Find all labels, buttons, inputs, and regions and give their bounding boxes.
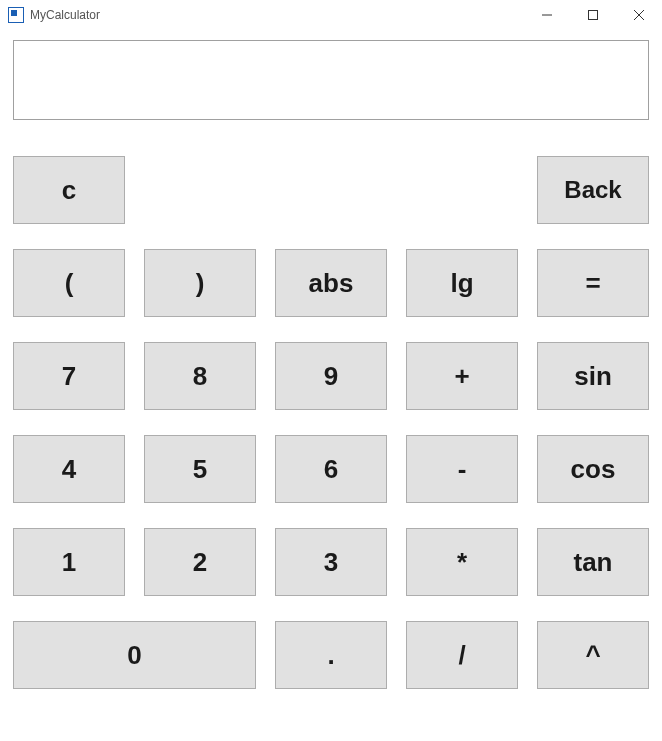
digit-2-button[interactable]: 2: [144, 528, 256, 596]
client-area: c Back ( ) abs lg = 7 8 9 + sin 4 5 6 - …: [0, 30, 662, 701]
minus-button[interactable]: -: [406, 435, 518, 503]
lg-button[interactable]: lg: [406, 249, 518, 317]
maximize-button[interactable]: [570, 0, 616, 30]
digit-8-button[interactable]: 8: [144, 342, 256, 410]
button-grid: c Back ( ) abs lg = 7 8 9 + sin 4 5 6 - …: [13, 156, 649, 689]
back-button[interactable]: Back: [537, 156, 649, 224]
app-icon: [8, 7, 24, 23]
tan-button[interactable]: tan: [537, 528, 649, 596]
equals-button[interactable]: =: [537, 249, 649, 317]
digit-6-button[interactable]: 6: [275, 435, 387, 503]
digit-9-button[interactable]: 9: [275, 342, 387, 410]
power-button[interactable]: ^: [537, 621, 649, 689]
close-icon: [634, 10, 644, 20]
window-title: MyCalculator: [30, 8, 100, 22]
divide-button[interactable]: /: [406, 621, 518, 689]
minimize-icon: [542, 10, 552, 20]
digit-7-button[interactable]: 7: [13, 342, 125, 410]
cos-button[interactable]: cos: [537, 435, 649, 503]
digit-3-button[interactable]: 3: [275, 528, 387, 596]
window-titlebar: MyCalculator: [0, 0, 662, 30]
digit-1-button[interactable]: 1: [13, 528, 125, 596]
minimize-button[interactable]: [524, 0, 570, 30]
dot-button[interactable]: .: [275, 621, 387, 689]
abs-button[interactable]: abs: [275, 249, 387, 317]
maximize-icon: [588, 10, 598, 20]
digit-4-button[interactable]: 4: [13, 435, 125, 503]
multiply-button[interactable]: *: [406, 528, 518, 596]
svg-rect-1: [589, 11, 598, 20]
plus-button[interactable]: +: [406, 342, 518, 410]
clear-button[interactable]: c: [13, 156, 125, 224]
rparen-button[interactable]: ): [144, 249, 256, 317]
lparen-button[interactable]: (: [13, 249, 125, 317]
close-button[interactable]: [616, 0, 662, 30]
calc-display[interactable]: [13, 40, 649, 120]
sin-button[interactable]: sin: [537, 342, 649, 410]
digit-5-button[interactable]: 5: [144, 435, 256, 503]
digit-0-button[interactable]: 0: [13, 621, 256, 689]
